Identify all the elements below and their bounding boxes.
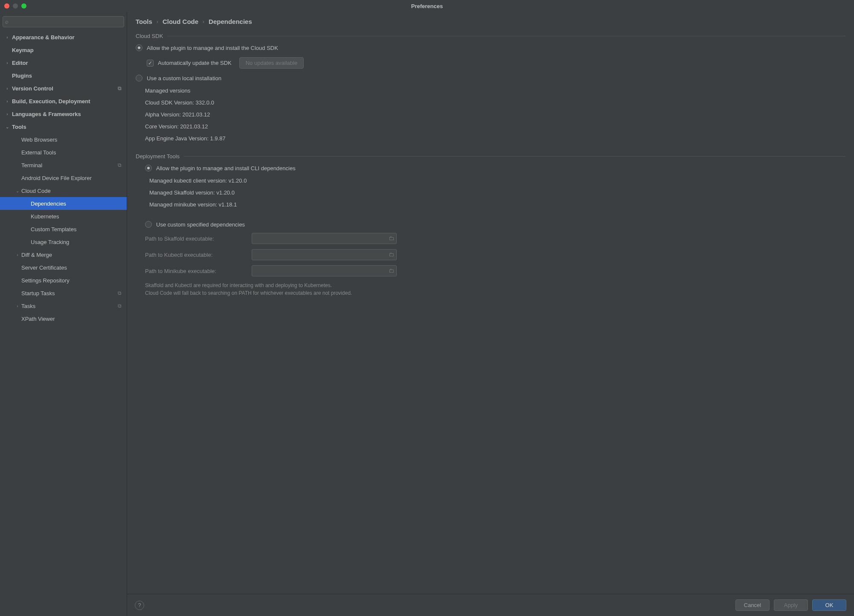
sidebar-item-settings-repository[interactable]: Settings Repository [0,274,127,287]
radio-custom-cli[interactable]: Use custom specified dependencies [145,221,845,228]
managed-cli-versions-block: Managed kubectl client version: v1.20.0 … [149,175,845,211]
radio-label: Allow the plugin to manage and install C… [156,165,296,171]
minikube-path-input[interactable] [252,265,397,276]
sidebar-item-label: Tasks [21,303,35,309]
sidebar-item-label: Startup Tasks [21,290,55,296]
divider [184,156,845,157]
chevron-right-icon: › [15,253,20,257]
breadcrumb-item[interactable]: Tools [136,18,152,25]
copy-icon: ⧉ [118,290,122,296]
sidebar-item-label: Plugins [12,73,32,79]
sidebar-item-keymap[interactable]: Keymap [0,44,127,56]
sidebar-item-label: Keymap [12,47,34,53]
sidebar-item-label: Usage Tracking [31,239,69,245]
checkbox-auto-update[interactable] [147,60,154,67]
breadcrumb-item[interactable]: Cloud Code [163,18,198,25]
sidebar-item-usage-tracking[interactable]: Usage Tracking [0,235,127,248]
section-heading-deployment-tools: Deployment Tools [136,153,845,160]
sidebar-item-label: Terminal [21,162,42,169]
path-row-kubectl: Path to Kubectl executable: 🗀 [145,249,845,260]
chevron-right-icon: › [4,86,10,91]
info-line: Managed Skaffold version: v1.20.0 [149,187,845,199]
sidebar-item-diff-merge[interactable]: ›Diff & Merge [0,248,127,261]
radio-icon [145,165,152,171]
search-field[interactable]: ⌕ [3,16,124,27]
sidebar-item-languages[interactable]: ›Languages & Frameworks [0,108,127,120]
footer: ? Cancel Apply OK [127,594,854,616]
section-heading-cloud-sdk: Cloud SDK [136,33,845,39]
radio-icon [136,75,142,81]
sidebar-item-label: Cloud Code [21,188,51,194]
sidebar-item-server-certificates[interactable]: Server Certificates [0,261,127,274]
apply-button[interactable]: Apply [774,599,808,611]
info-line: Managed versions [145,85,845,97]
sidebar-item-tasks[interactable]: ›Tasks⧉ [0,299,127,312]
sidebar-item-web-browsers[interactable]: Web Browsers [0,133,127,146]
radio-custom-sdk[interactable]: Use a custom local installation [136,75,845,81]
chevron-down-icon: ⌄ [15,189,20,193]
hint-line: Cloud Code will fall back to searching o… [145,289,845,297]
chevron-right-icon: › [203,19,204,25]
sidebar-item-label: Build, Execution, Deployment [12,98,90,105]
sidebar-item-label: Kubernetes [31,213,59,220]
copy-icon: ⧉ [118,85,122,91]
hint-text: Skaffold and Kubectl are required for in… [145,282,845,297]
chevron-right-icon: › [4,61,10,65]
path-label: Path to Skaffold executable: [145,235,244,242]
sidebar-item-version-control[interactable]: ›Version Control⧉ [0,82,127,95]
sidebar-item-label: Languages & Frameworks [12,111,81,117]
sidebar-item-plugins[interactable]: Plugins [0,69,127,82]
sidebar-item-android[interactable]: Android Device File Explorer [0,171,127,184]
minimize-icon[interactable] [13,3,18,9]
breadcrumb-item: Dependencies [209,18,252,25]
sidebar: ⌕ ›Appearance & Behavior Keymap ›Editor … [0,12,127,616]
radio-label: Allow the plugin to manage and install t… [147,45,278,51]
sidebar-item-appearance[interactable]: ›Appearance & Behavior [0,31,127,44]
radio-managed-sdk[interactable]: Allow the plugin to manage and install t… [136,44,845,51]
sidebar-item-startup-tasks[interactable]: Startup Tasks⧉ [0,287,127,299]
info-line: Core Version: 2021.03.12 [145,121,845,133]
sidebar-item-dependencies[interactable]: Dependencies [0,197,127,210]
sidebar-item-label: Web Browsers [21,137,57,143]
help-button[interactable]: ? [135,601,144,610]
sidebar-item-label: Settings Repository [21,277,70,284]
folder-icon[interactable]: 🗀 [389,267,394,274]
path-label: Path to Kubectl executable: [145,252,244,258]
sidebar-item-tools[interactable]: ⌄Tools [0,120,127,133]
sidebar-item-editor[interactable]: ›Editor [0,56,127,69]
sidebar-item-custom-templates[interactable]: Custom Templates [0,223,127,235]
copy-icon: ⧉ [118,303,122,309]
ok-button[interactable]: OK [812,599,846,611]
sidebar-item-label: External Tools [21,149,56,156]
info-line: Cloud SDK Version: 332.0.0 [145,97,845,109]
chevron-right-icon: › [4,112,10,116]
path-row-skaffold: Path to Skaffold executable: 🗀 [145,233,845,244]
no-updates-button[interactable]: No updates available [239,57,304,69]
sidebar-item-external-tools[interactable]: External Tools [0,146,127,159]
breadcrumb: Tools › Cloud Code › Dependencies [127,12,854,29]
close-icon[interactable] [4,3,9,9]
content-pane: Tools › Cloud Code › Dependencies Cloud … [127,12,854,616]
info-line: Managed minikube version: v1.18.1 [149,199,845,211]
sidebar-item-cloud-code[interactable]: ⌄Cloud Code [0,184,127,197]
kubectl-path-input[interactable] [252,249,397,260]
info-line: Alpha Version: 2021.03.12 [145,109,845,121]
folder-icon[interactable]: 🗀 [389,235,394,241]
section-heading-label: Cloud SDK [136,33,163,39]
search-input[interactable] [3,16,124,27]
cancel-button[interactable]: Cancel [735,599,770,611]
sidebar-item-kubernetes[interactable]: Kubernetes [0,210,127,223]
skaffold-path-input[interactable] [252,233,397,244]
sidebar-item-build[interactable]: ›Build, Execution, Deployment [0,95,127,108]
sidebar-item-terminal[interactable]: Terminal⧉ [0,159,127,171]
copy-icon: ⧉ [118,162,122,168]
sidebar-item-label: Tools [12,124,26,130]
folder-icon[interactable]: 🗀 [389,251,394,258]
radio-managed-cli[interactable]: Allow the plugin to manage and install C… [145,165,845,171]
sidebar-item-label: Android Device File Explorer [21,175,92,181]
divider [167,36,845,36]
search-icon: ⌕ [5,18,9,25]
zoom-icon[interactable] [21,3,26,9]
sidebar-item-xpath-viewer[interactable]: XPath Viewer [0,312,127,325]
sidebar-item-label: XPath Viewer [21,316,55,322]
